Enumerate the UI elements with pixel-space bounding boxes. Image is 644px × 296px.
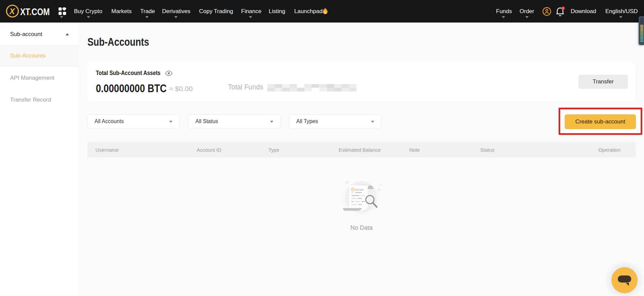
svg-text:X: X [9, 7, 15, 16]
svg-text:xt.com: xt.com [355, 188, 363, 191]
